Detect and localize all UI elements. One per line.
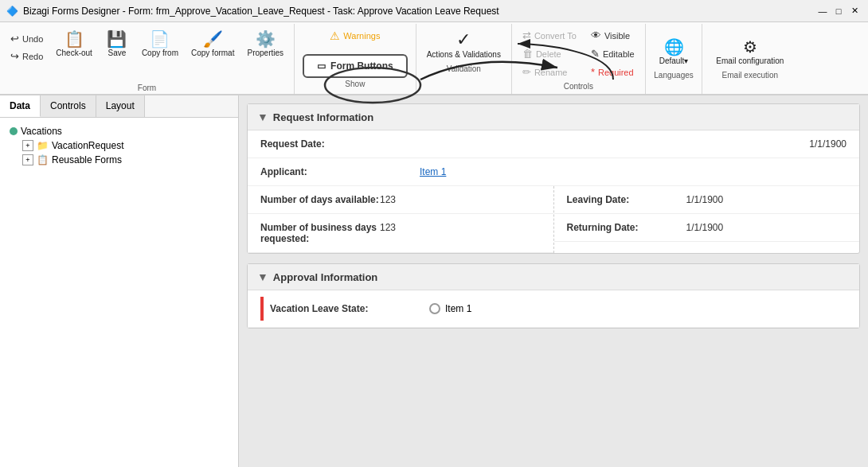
checkout-button[interactable]: 📋 Check-out <box>50 27 98 61</box>
returning-date-value: 1/1/1900 <box>686 222 724 233</box>
form-group-bottom: Form <box>5 82 289 92</box>
tab-controls[interactable]: Controls <box>41 95 96 117</box>
email-configuration-icon: ⚙ <box>743 39 757 55</box>
vacation-leave-state-radio[interactable]: Item 1 <box>429 303 471 314</box>
app-icon: 🔷 <box>6 6 18 17</box>
radio-circle[interactable] <box>429 303 440 314</box>
app-title: Bizagi Forms Designer - Form: frm_Approv… <box>23 6 499 17</box>
vacation-request-label: VacationRequest <box>52 140 124 151</box>
minimize-button[interactable]: — <box>815 4 830 18</box>
tab-bar: Data Controls Layout <box>0 95 238 118</box>
maximize-button[interactable]: □ <box>831 4 846 18</box>
tree-area: Vacations + 📁 VacationRequest + 📋 Reusab… <box>0 118 238 173</box>
form-grid: Number of days available: 123 Number of … <box>248 186 859 253</box>
request-info-body: Request Date: 1/1/1900 Applicant: Item 1… <box>248 130 859 253</box>
main-area: Data Controls Layout Vacations + 📁 Vacat… <box>0 95 868 467</box>
email-group-label: Email execution <box>722 71 779 80</box>
rename-icon: ✏ <box>522 66 531 78</box>
approval-info-section: ▼ Approval Information Vacation Leave St… <box>247 263 860 329</box>
properties-icon: ⚙️ <box>256 31 276 47</box>
ribbon-group-email: ⚙ Email configuration Email execution <box>702 24 797 94</box>
request-info-section: ▼ Request Information Request Date: 1/1/… <box>247 103 860 254</box>
ribbon-group-form: ↩ Undo ↪ Redo 📋 Check-out 💾 Save <box>0 24 295 94</box>
visible-label: Visible <box>604 31 630 41</box>
tree-node-vacation-request[interactable]: + 📁 VacationRequest <box>6 138 232 153</box>
ribbon-group-languages: 🌐 Default▾ Languages <box>646 24 703 94</box>
num-days-row: Number of days available: 123 <box>248 186 553 214</box>
required-button[interactable]: * Required <box>585 64 640 80</box>
save-button[interactable]: 💾 Save <box>100 27 135 61</box>
languages-group-bottom: Languages <box>654 69 694 80</box>
vacation-leave-state-label: Vacation Leave State: <box>270 303 429 314</box>
undo-icon: ↩ <box>10 33 19 45</box>
languages-items: 🌐 Default▾ <box>654 27 694 69</box>
copy-format-button[interactable]: 🖌️ Copy format <box>186 27 240 61</box>
form-grid-right: Leaving Date: 1/1/1900 Returning Date: 1… <box>554 186 860 253</box>
email-configuration-button[interactable]: ⚙ Email configuration <box>710 35 789 69</box>
tree-node-vacations[interactable]: Vacations <box>6 124 232 138</box>
ribbon-group-show: ⚠ Warnings ▭ Form Buttons Show <box>295 24 416 94</box>
email-group-bottom: Email execution <box>710 69 789 80</box>
ribbon-row: ↩ Undo ↪ Redo 📋 Check-out 💾 Save <box>0 24 868 94</box>
num-business-days-value: 123 <box>380 222 396 233</box>
form-buttons-button[interactable]: ▭ Form Buttons <box>303 54 408 78</box>
reusable-forms-expand[interactable]: + <box>22 154 33 165</box>
delete-icon: 🗑 <box>522 48 533 60</box>
undo-redo-col: ↩ Undo ↪ Redo <box>5 27 49 64</box>
undo-label: Undo <box>22 34 43 44</box>
form-buttons-label: Form Buttons <box>330 60 393 72</box>
tree-node-reusable-forms[interactable]: + 📋 Reusable Forms <box>6 153 232 167</box>
num-days-label: Number of days available: <box>260 194 380 205</box>
close-button[interactable]: ✕ <box>847 4 862 18</box>
ribbon-group-validation: ✓ Actions & Validations Validation <box>416 24 512 94</box>
returning-date-label: Returning Date: <box>567 222 686 233</box>
default-button[interactable]: 🌐 Default▾ <box>654 35 694 69</box>
convert-to-icon: ⇄ <box>522 29 531 41</box>
languages-group-label: Languages <box>654 71 694 80</box>
window-controls[interactable]: — □ ✕ <box>815 4 862 18</box>
tab-data[interactable]: Data <box>0 95 41 117</box>
radio-value: Item 1 <box>445 303 471 314</box>
warnings-button[interactable]: ⚠ Warnings <box>324 27 385 45</box>
vacations-label: Vacations <box>21 126 62 137</box>
reusable-forms-icon: 📋 <box>37 154 49 165</box>
form-grid-left: Number of days available: 123 Number of … <box>248 186 554 253</box>
title-bar-content: 🔷 Bizagi Forms Designer - Form: frm_Appr… <box>6 6 499 17</box>
leaving-date-value: 1/1/1900 <box>686 194 724 205</box>
request-info-title: Request Information <box>273 111 373 123</box>
returning-date-row: Returning Date: 1/1/1900 <box>554 214 860 242</box>
save-icon: 💾 <box>107 31 127 47</box>
request-info-collapse[interactable]: ▼ <box>257 111 268 123</box>
request-info-header: ▼ Request Information <box>248 104 859 130</box>
convert-to-label: Convert To <box>534 31 577 41</box>
warnings-label: Warnings <box>343 31 380 41</box>
default-label: Default▾ <box>659 56 689 65</box>
redo-label: Redo <box>22 52 43 61</box>
redo-button[interactable]: ↪ Redo <box>5 48 49 64</box>
properties-button[interactable]: ⚙️ Properties <box>241 27 289 61</box>
applicant-value[interactable]: Item 1 <box>420 166 846 177</box>
required-label: Required <box>598 68 634 77</box>
copy-from-button[interactable]: 📄 Copy from <box>136 27 184 61</box>
required-icon: * <box>591 66 595 78</box>
ribbon-form-items: ↩ Undo ↪ Redo 📋 Check-out 💾 Save <box>5 27 289 82</box>
convert-to-button[interactable]: ⇄ Convert To <box>517 27 582 44</box>
editable-button[interactable]: ✎ Editable <box>585 45 640 62</box>
num-days-value: 123 <box>380 194 396 205</box>
checkout-icon: 📋 <box>65 31 84 47</box>
actions-validations-button[interactable]: ✓ Actions & Validations <box>421 27 506 63</box>
left-panel: Data Controls Layout Vacations + 📁 Vacat… <box>0 95 239 467</box>
rename-label: Rename <box>534 68 568 77</box>
approval-info-body: Vacation Leave State: Item 1 <box>248 290 859 328</box>
actions-validations-label: Actions & Validations <box>427 50 501 59</box>
approval-info-collapse[interactable]: ▼ <box>257 270 268 283</box>
visible-button[interactable]: 👁 Visible <box>585 27 640 44</box>
actions-validations-icon: ✓ <box>456 31 471 49</box>
visible-icon: 👁 <box>591 29 601 41</box>
undo-button[interactable]: ↩ Undo <box>5 30 49 47</box>
email-items: ⚙ Email configuration <box>710 27 789 69</box>
delete-button[interactable]: 🗑 Delete <box>517 45 582 62</box>
tab-layout[interactable]: Layout <box>96 95 145 117</box>
rename-button[interactable]: ✏ Rename <box>517 64 582 80</box>
vacation-request-expand[interactable]: + <box>22 140 33 151</box>
